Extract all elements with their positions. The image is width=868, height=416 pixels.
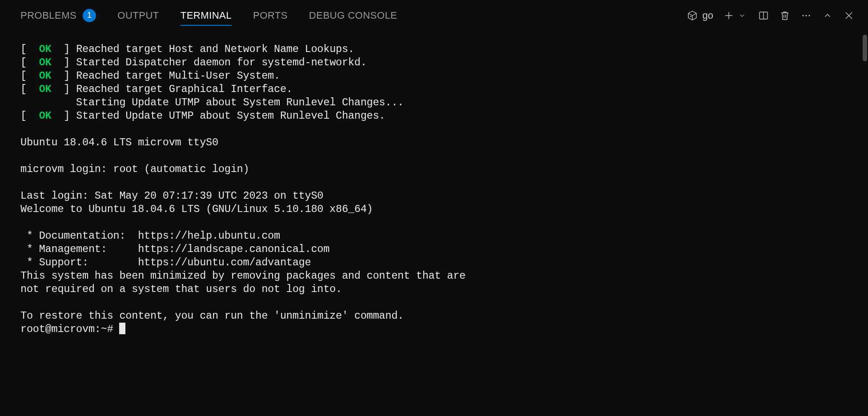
terminal-line: To restore this content, you can run the…	[20, 309, 848, 323]
terminal-line: * Management: https://landscape.canonica…	[20, 243, 848, 256]
tab-label: PORTS	[253, 10, 288, 21]
terminal-line: Welcome to Ubuntu 18.04.6 LTS (GNU/Linux…	[20, 203, 848, 216]
tab-ports[interactable]: PORTS	[253, 5, 288, 25]
terminal-line	[20, 216, 848, 229]
terminal-line: Ubuntu 18.04.6 LTS microvm ttyS0	[20, 136, 848, 149]
tab-label: TERMINAL	[181, 10, 232, 21]
tab-label: DEBUG CONSOLE	[309, 10, 397, 21]
tab-problems[interactable]: PROBLEMS 1	[20, 5, 96, 25]
terminal-line	[20, 296, 848, 309]
svg-point-1	[802, 15, 804, 16]
terminal-profile-label: go	[703, 10, 713, 21]
tab-output[interactable]: OUTPUT	[117, 5, 159, 25]
terminal-line: root@microvm:~#	[20, 323, 848, 336]
terminal-line: not required on a system that users do n…	[20, 283, 848, 296]
scrollbar-thumb[interactable]	[863, 35, 867, 61]
terminal-line: [ OK ] Started Update UTMP about System …	[20, 109, 848, 123]
terminal-line: Starting Update UTMP about System Runlev…	[20, 96, 848, 109]
terminal-profile-selector[interactable]: go	[687, 10, 713, 21]
terminal-profile-icon	[687, 10, 698, 21]
scrollbar-track[interactable]	[862, 26, 868, 416]
more-actions-icon[interactable]	[800, 10, 812, 21]
split-terminal-icon[interactable]	[758, 10, 769, 21]
terminal-line: [ OK ] Reached target Multi-User System.	[20, 69, 848, 83]
svg-point-2	[805, 15, 807, 16]
terminal-line	[20, 123, 848, 136]
terminal-line: [ OK ] Reached target Host and Network N…	[20, 43, 848, 56]
close-panel-icon[interactable]	[843, 10, 855, 21]
kill-terminal-icon[interactable]	[779, 10, 791, 21]
terminal-line: [ OK ] Reached target Graphical Interfac…	[20, 83, 848, 96]
svg-point-3	[808, 15, 810, 16]
terminal-output[interactable]: [ OK ] Reached target Host and Network N…	[0, 26, 868, 336]
new-terminal-icon[interactable]	[723, 10, 735, 21]
terminal-line: [ OK ] Started Dispatcher daemon for sys…	[20, 56, 848, 69]
terminal-line	[20, 176, 848, 189]
tab-terminal[interactable]: TERMINAL	[181, 5, 232, 25]
problems-badge: 1	[83, 9, 96, 22]
new-terminal-dropdown-icon[interactable]	[736, 10, 748, 21]
terminal-line: * Documentation: https://help.ubuntu.com	[20, 229, 848, 243]
terminal-line	[20, 149, 848, 163]
terminal-line: Last login: Sat May 20 07:17:39 UTC 2023…	[20, 189, 848, 203]
maximize-panel-icon[interactable]	[822, 10, 833, 21]
tab-debug-console[interactable]: DEBUG CONSOLE	[309, 5, 397, 25]
tab-label: PROBLEMS	[20, 10, 76, 21]
tab-label: OUTPUT	[117, 10, 159, 21]
terminal-line: * Support: https://ubuntu.com/advantage	[20, 256, 848, 269]
terminal-cursor	[119, 323, 125, 334]
terminal-line: microvm login: root (automatic login)	[20, 163, 848, 176]
terminal-line: This system has been minimized by removi…	[20, 269, 848, 283]
